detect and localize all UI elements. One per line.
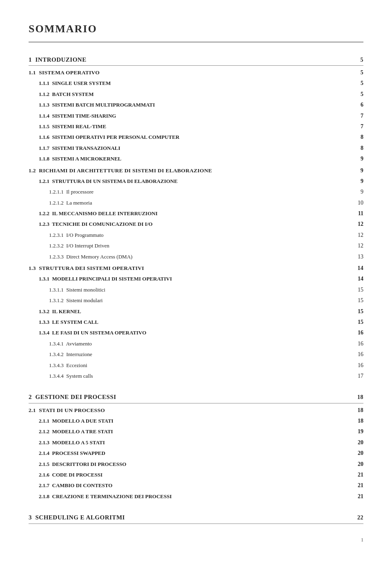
toc-row: 1.3.1.1 Sistemi monolitici15 [29, 285, 363, 294]
toc-dots [108, 128, 349, 128]
toc-row: 1.2.1.2 La memoria10 [29, 198, 363, 207]
toc-row: 1.3.2 Il kernel15 [29, 307, 363, 316]
toc-label: 2.1.7 Cambio di contesto [39, 481, 112, 490]
toc-dots [174, 280, 349, 281]
toc-dots [115, 433, 349, 433]
toc-page: 20 [351, 449, 363, 458]
toc-row: 1.1.3 Sistemi batch multiprogrammati6 [29, 100, 363, 109]
toc-label: 1.2.3 Tecniche di comunicazione di I/O [39, 220, 153, 229]
toc-page: 12 [351, 220, 363, 229]
toc-page: 5 [351, 56, 363, 65]
toc-label: 1.3.4.2 Interruzione [49, 350, 92, 359]
toc-label: 2.1 Stati di un processo [29, 406, 105, 415]
toc-row: 1.2 Richiami di architetture di sistemi … [29, 166, 363, 175]
toc-dots [214, 172, 349, 172]
toc-label: 1.3.4.4 System calls [49, 372, 93, 381]
toc-label: 2.1.3 Modello a 5 stati [39, 439, 105, 447]
toc-page: 18 [351, 393, 363, 402]
toc-row: 1.2.3.3 Direct Memory Access (DMA)13 [29, 252, 363, 261]
toc-row: 1.2.1 Struttura di un sistema di elabora… [29, 177, 363, 186]
toc-label: 1.3.3 Le system call [39, 318, 98, 327]
toc-page: 16 [351, 328, 363, 337]
toc-page: 14 [351, 264, 363, 273]
toc-label: 1.1.8 Sistemi a microkernel [39, 155, 121, 163]
toc-row: 1.3.4 Le fasi di un sistema operativo16 [29, 328, 363, 337]
toc-label: 1.2.1.1 Il processore [49, 188, 94, 196]
toc-label: 1.3.4.3 Eccezioni [49, 361, 87, 370]
toc-dots [94, 356, 349, 356]
toc-page: 16 [351, 339, 363, 348]
toc-dots [89, 61, 349, 62]
toc-dots [116, 422, 349, 423]
toc-label: 1.1.7 Sistemi transazionali [39, 144, 120, 153]
toc-label: 1.1.1 Single User System [39, 79, 111, 88]
toc-row: 2.1.1 Modello a due stati18 [29, 417, 363, 426]
toc-dots [111, 247, 349, 247]
toc-dots [107, 444, 349, 444]
toc-label: 1.3.1.1 Sistemi monolitici [49, 286, 105, 294]
toc-row: 1.3 Struttura dei sistemi operativi14 [29, 264, 363, 273]
toc-dots [160, 215, 349, 215]
toc-row: 1.3.4.1 Avviamento16 [29, 339, 363, 348]
toc-page: 11 [351, 209, 363, 218]
toc-page: 21 [351, 481, 363, 490]
toc-dots [128, 466, 349, 466]
toc-label: 2.1.2 Modello a tre stati [39, 428, 113, 436]
toc-dots [105, 302, 349, 302]
toc-row: 1.2.1.1 Il processore9 [29, 187, 363, 196]
toc-dots [94, 345, 349, 345]
toc-label: 3 Scheduling e algoritmi [29, 512, 125, 522]
toc-page: 12 [351, 231, 363, 240]
toc-label: 2.1.1 Modello a due stati [39, 417, 114, 426]
toc-row: 2 Gestione dei processi18 [29, 392, 363, 403]
toc-dots [180, 183, 349, 183]
toc-dots [100, 323, 349, 324]
toc-page: 6 [351, 100, 363, 109]
toc-label: 1.1.4 Sistemi time-sharing [39, 112, 116, 120]
toc-page: 5 [351, 79, 363, 88]
toc-page: 21 [351, 492, 363, 501]
toc-dots [181, 138, 349, 139]
toc-page: 9 [351, 177, 363, 186]
toc-page: 9 [351, 166, 363, 175]
toc-page: 8 [351, 133, 363, 142]
toc-row: 2.1.8 Creazione e terminazione dei proce… [29, 492, 363, 501]
toc-row: 1.3.1.2 Sistemi modulari15 [29, 296, 363, 305]
toc-dots [106, 236, 349, 237]
toc-dots [83, 313, 349, 313]
title-divider [29, 42, 363, 42]
toc-label: 1.3.4 Le fasi di un sistema operativo [39, 329, 146, 337]
toc-row: 1.1.1 Single User System5 [29, 79, 363, 88]
toc-label: 2.1.4 Processi swapped [39, 449, 105, 458]
toc-row: 2.1.5 Descrittori di processo20 [29, 460, 363, 469]
toc-page: 13 [351, 252, 363, 261]
toc-dots [118, 117, 349, 118]
toc-row: 1.1.8 Sistemi a microkernel9 [29, 154, 363, 163]
toc-label: 1 Introduzione [29, 55, 87, 65]
toc-row: 2.1.7 Cambio di contesto21 [29, 481, 363, 490]
toc-dots [105, 476, 349, 477]
toc-row: 1.1.2 Batch System5 [29, 90, 363, 99]
toc-page: 10 [351, 198, 363, 207]
toc-page: 18 [351, 417, 363, 426]
toc-row: 1 Introduzione5 [29, 55, 363, 66]
toc-page: 15 [351, 318, 363, 327]
toc-row: 1.1 Sistema operativo5 [29, 68, 363, 77]
toc-label: 2 Gestione dei processi [29, 392, 116, 402]
toc-row: 1.3.4.3 Eccezioni16 [29, 361, 363, 370]
toc-label: 2.1.6 Code di processi [39, 471, 102, 479]
toc-label: 1.3.1.2 Sistemi modulari [49, 296, 102, 305]
toc-page: 20 [351, 460, 363, 469]
toc-label: 1.2.1.2 La memoria [49, 199, 92, 207]
toc-page: 15 [351, 285, 363, 294]
toc-dots [114, 487, 349, 487]
toc-page: 20 [351, 438, 363, 447]
toc-label: 1.3 Struttura dei sistemi operativi [29, 264, 144, 273]
toc-dots [174, 498, 349, 498]
toc-page: 19 [351, 427, 363, 436]
toc-page: 16 [351, 361, 363, 370]
toc-row: 2.1 Stati di un processo18 [29, 406, 363, 415]
toc-row: 1.1.7 Sistemi transazionali8 [29, 144, 363, 153]
toc-label: 1.2.2 Il meccanismo delle interruzioni [39, 209, 158, 218]
toc-page: 5 [351, 90, 363, 99]
